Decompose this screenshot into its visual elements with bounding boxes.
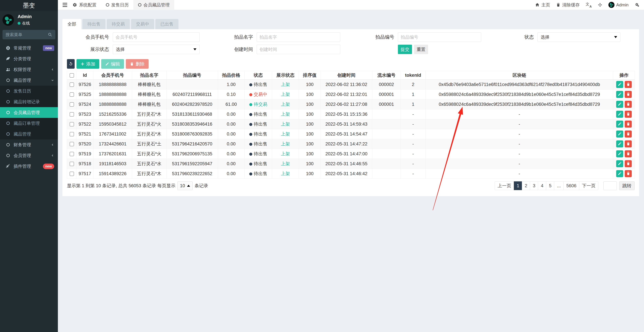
online-dot xyxy=(18,22,20,25)
row-checkbox[interactable] xyxy=(70,132,74,136)
sidebar-item-collection[interactable]: 藏品管理 xyxy=(0,75,58,86)
sidebar-item-finance[interactable]: 财务管理 xyxy=(0,139,58,150)
row-delete-button[interactable] xyxy=(625,170,632,177)
tab-all[interactable]: 全部 xyxy=(62,19,81,29)
row-edit-button[interactable] xyxy=(616,101,623,108)
row-edit-button[interactable] xyxy=(616,160,623,167)
row-delete-button[interactable] xyxy=(625,160,632,167)
col-price: 拍品价格 xyxy=(218,71,244,80)
page-ellipsis[interactable]: ... xyxy=(554,181,564,190)
row-checkbox[interactable] xyxy=(70,102,74,107)
page-4[interactable]: 4 xyxy=(538,181,546,190)
edit-button[interactable]: 编辑 xyxy=(101,59,124,69)
page-1[interactable]: 1 xyxy=(514,181,522,190)
add-button[interactable]: 添加 xyxy=(76,59,99,69)
tab-sold[interactable]: 已出售 xyxy=(155,19,178,29)
settings-button[interactable] xyxy=(634,3,639,7)
col-created: 创建时间 xyxy=(321,71,372,80)
sidebar-item-member-collection[interactable]: 会员藏品管理 xyxy=(0,107,58,118)
row-delete-button[interactable] xyxy=(625,81,632,88)
clear-cache-button[interactable]: 清除缓存 xyxy=(556,2,580,8)
item-sn-input[interactable] xyxy=(398,33,481,42)
row-delete-button[interactable] xyxy=(625,150,632,157)
row-checkbox[interactable] xyxy=(70,172,74,176)
home-link[interactable]: 主页 xyxy=(535,2,550,8)
page-5606[interactable]: 5606 xyxy=(564,181,579,190)
nav-tab-sale-calendar[interactable]: 发售日历 xyxy=(101,0,133,10)
row-delete-button[interactable] xyxy=(625,91,632,98)
sidebar-search-input[interactable]: 搜索菜单 xyxy=(2,30,55,39)
refresh-button[interactable] xyxy=(67,59,75,69)
row-edit-button[interactable] xyxy=(616,91,623,98)
row-delete-button[interactable] xyxy=(625,131,632,138)
sidebar-item-member[interactable]: 会员管理 xyxy=(0,150,58,161)
cell-display-status: 上架 xyxy=(272,80,299,90)
cell-created: 2022-06-02 11:36:02 xyxy=(321,80,372,90)
row-edit-button[interactable] xyxy=(616,150,623,157)
created-time-input[interactable] xyxy=(257,45,340,54)
row-checkbox[interactable] xyxy=(70,83,74,87)
row-edit-button[interactable] xyxy=(616,170,623,177)
row-edit-button[interactable] xyxy=(616,121,623,128)
page-size-select[interactable]: 10 xyxy=(178,181,192,190)
nav-tab-system-config[interactable]: 系统配置 xyxy=(68,0,101,10)
sidebar-item-collection-mgmt[interactable]: 藏品管理 xyxy=(0,129,58,139)
page-5[interactable]: 5 xyxy=(546,181,554,190)
jump-button[interactable]: 跳转 xyxy=(619,181,634,190)
select-all-checkbox[interactable] xyxy=(70,73,74,78)
cell-item-sn: 5318008763092835 xyxy=(166,129,218,139)
row-checkbox[interactable] xyxy=(70,152,74,156)
row-checkbox[interactable] xyxy=(70,162,74,166)
row-checkbox[interactable] xyxy=(70,122,74,126)
tab-pending-sale[interactable]: 待出售 xyxy=(82,19,106,29)
cell-id: 97520 xyxy=(76,139,94,149)
row-edit-button[interactable] xyxy=(616,111,623,118)
prev-page-button[interactable]: 上一页 xyxy=(495,181,514,190)
display-status-select[interactable]: 选择 xyxy=(113,45,200,54)
cell-id: 97517 xyxy=(76,169,94,179)
page-3[interactable]: 3 xyxy=(530,181,538,190)
row-checkbox[interactable] xyxy=(70,92,74,97)
cell-actions xyxy=(613,149,635,159)
fullscreen-button[interactable] xyxy=(598,3,602,7)
sidebar-item-transfer-records[interactable]: 藏品转增记录 xyxy=(0,96,58,107)
sidebar-item-category[interactable]: 分类管理 xyxy=(0,53,58,64)
submit-button[interactable]: 提交 xyxy=(398,45,412,54)
item-name-input[interactable] xyxy=(257,33,340,42)
sidebar-toggle-button[interactable] xyxy=(58,3,68,7)
item-name-label: 拍品名字 xyxy=(200,34,257,40)
nav-tab-member-collection[interactable]: 会员藏品管理 xyxy=(133,0,174,10)
row-delete-button[interactable] xyxy=(625,101,632,108)
table-row: 9752315216255336五行灵石*木53181336119304680.… xyxy=(67,109,635,119)
cell-chain: - xyxy=(426,129,613,139)
row-checkbox[interactable] xyxy=(70,112,74,117)
row-edit-button[interactable] xyxy=(616,131,623,138)
next-page-button[interactable]: 下一页 xyxy=(579,181,598,190)
sidebar-item-label: 权限管理 xyxy=(14,67,31,73)
search-icon[interactable] xyxy=(48,32,52,37)
tab-trading[interactable]: 交易中 xyxy=(131,19,154,29)
jump-page-input[interactable] xyxy=(604,181,617,190)
status-select[interactable]: 选择 xyxy=(538,33,620,42)
sidebar-item-sale-calendar[interactable]: 发售日历 xyxy=(0,86,58,96)
tab-pending-trade[interactable]: 待交易 xyxy=(107,19,130,29)
row-edit-button[interactable] xyxy=(616,81,623,88)
row-delete-button[interactable] xyxy=(625,111,632,118)
sidebar-item-collection-orders[interactable]: 藏品订单管理 xyxy=(0,118,58,129)
member-phone-input[interactable] xyxy=(113,33,200,42)
reset-button[interactable]: 重置 xyxy=(414,45,428,54)
cell-display-status: 上架 xyxy=(272,109,299,119)
sidebar-item-permission[interactable]: 权限管理 xyxy=(0,64,58,75)
delete-button[interactable]: 删除 xyxy=(126,59,149,69)
nav-tab-label: 系统配置 xyxy=(79,2,96,8)
row-checkbox[interactable] xyxy=(70,142,74,146)
row-delete-button[interactable] xyxy=(625,140,632,147)
sidebar-item-plugin[interactable]: 插件管理 new xyxy=(0,161,58,172)
user-menu[interactable]: Admin xyxy=(608,2,628,8)
page-2[interactable]: 2 xyxy=(522,181,530,190)
user-name: Admin xyxy=(18,14,32,19)
language-switch-button[interactable]: 文A xyxy=(586,2,592,8)
sidebar-item-general[interactable]: 常规管理 new xyxy=(0,43,58,53)
row-edit-button[interactable] xyxy=(616,140,623,147)
row-delete-button[interactable] xyxy=(625,121,632,128)
